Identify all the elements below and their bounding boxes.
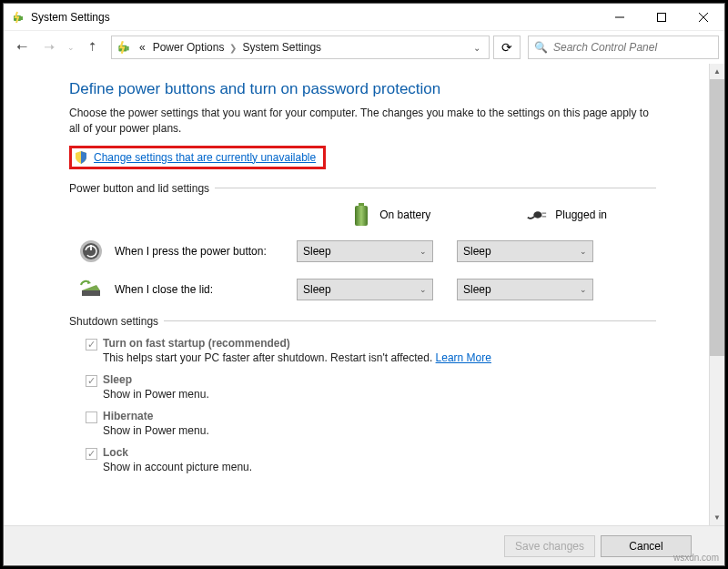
svg-rect-8 bbox=[359, 203, 364, 206]
recent-dropdown[interactable]: ⌄ bbox=[64, 35, 78, 60]
shutdown-items: Turn on fast startup (recommended) This … bbox=[69, 337, 656, 473]
save-button[interactable]: Save changes bbox=[504, 535, 595, 557]
close-lid-label: When I close the lid: bbox=[115, 283, 286, 296]
svg-point-10 bbox=[534, 211, 542, 218]
learn-more-link[interactable]: Learn More bbox=[436, 351, 491, 364]
search-box[interactable]: 🔍 bbox=[528, 36, 719, 59]
section-header: Power button and lid settings bbox=[69, 182, 656, 195]
chevron-down-icon: ⌄ bbox=[420, 247, 427, 256]
lock-sub: Show in account picture menu. bbox=[103, 461, 656, 473]
svg-rect-7 bbox=[126, 46, 128, 51]
power-button-battery-select[interactable]: Sleep⌄ bbox=[297, 240, 433, 262]
sleep-title: Sleep bbox=[103, 373, 132, 386]
lock-item: Lock Show in account picture menu. bbox=[86, 446, 656, 473]
fast-startup-item: Turn on fast startup (recommended) This … bbox=[86, 337, 656, 364]
address-dropdown[interactable]: ⌄ bbox=[469, 43, 485, 53]
maximize-button[interactable] bbox=[641, 4, 682, 31]
change-settings-link[interactable]: Change settings that are currently unava… bbox=[94, 151, 316, 164]
lock-checkbox[interactable] bbox=[86, 448, 97, 460]
power-state-headers: On battery Plugged in bbox=[69, 204, 656, 226]
shield-icon bbox=[74, 150, 88, 165]
chevron-down-icon: ⌄ bbox=[580, 247, 587, 256]
back-button[interactable]: 🠐 bbox=[9, 35, 35, 60]
close-lid-row: When I close the lid: Sleep⌄ Sleep⌄ bbox=[69, 277, 656, 302]
window: System Settings 🠐 🠒 ⌄ 🠑 « Power Options … bbox=[3, 3, 725, 566]
scroll-down-button[interactable]: ▼ bbox=[710, 510, 724, 525]
fast-startup-sub: This helps start your PC faster after sh… bbox=[103, 351, 656, 364]
plug-icon bbox=[526, 204, 548, 226]
scroll-up-button[interactable]: ▲ bbox=[710, 64, 724, 79]
chevron-down-icon: ⌄ bbox=[420, 285, 427, 294]
breadcrumb-item[interactable]: Power Options bbox=[149, 39, 228, 56]
power-button-plugged-select[interactable]: Sleep⌄ bbox=[457, 240, 593, 262]
window-controls bbox=[599, 4, 724, 31]
footer: Save changes Cancel bbox=[4, 525, 724, 565]
search-input[interactable] bbox=[553, 41, 713, 54]
breadcrumb-overflow[interactable]: « bbox=[136, 39, 149, 56]
breadcrumb: « Power Options ❯ System Settings bbox=[136, 39, 469, 56]
titlebar: System Settings bbox=[4, 4, 724, 31]
hibernate-checkbox[interactable] bbox=[86, 412, 97, 423]
select-value: Sleep bbox=[303, 283, 331, 296]
page-description: Choose the power settings that you want … bbox=[69, 106, 656, 137]
svg-rect-1 bbox=[21, 16, 23, 20]
power-options-icon bbox=[116, 39, 132, 56]
battery-icon bbox=[350, 204, 372, 226]
power-button-row: When I press the power button: Sleep⌄ Sl… bbox=[69, 239, 656, 264]
address-bar[interactable]: « Power Options ❯ System Settings ⌄ bbox=[111, 36, 490, 59]
close-lid-battery-select[interactable]: Sleep⌄ bbox=[297, 279, 433, 300]
shutdown-section: Shutdown settings Turn on fast startup (… bbox=[69, 315, 656, 473]
select-value: Sleep bbox=[463, 283, 491, 296]
on-battery-header: On battery bbox=[350, 204, 430, 226]
laptop-lid-icon bbox=[78, 277, 104, 302]
navbar: 🠐 🠒 ⌄ 🠑 « Power Options ❯ System Setting… bbox=[4, 31, 724, 64]
fast-startup-checkbox[interactable] bbox=[86, 339, 97, 351]
section-title: Power button and lid settings bbox=[69, 182, 209, 195]
minimize-button[interactable] bbox=[599, 4, 641, 31]
chevron-right-icon: ❯ bbox=[229, 43, 237, 53]
power-button-label: When I press the power button: bbox=[115, 245, 286, 258]
select-value: Sleep bbox=[303, 245, 331, 258]
lock-title: Lock bbox=[103, 446, 128, 459]
close-button[interactable] bbox=[682, 4, 724, 31]
scroll-thumb[interactable] bbox=[710, 79, 724, 356]
window-title: System Settings bbox=[31, 11, 110, 24]
scrollbar[interactable]: ▲ ▼ bbox=[709, 64, 724, 525]
breadcrumb-item[interactable]: System Settings bbox=[238, 39, 325, 56]
plugged-in-header: Plugged in bbox=[526, 204, 607, 226]
sleep-checkbox[interactable] bbox=[86, 375, 97, 387]
forward-button[interactable]: 🠒 bbox=[36, 35, 62, 60]
section-title: Shutdown settings bbox=[69, 315, 158, 328]
hibernate-sub: Show in Power menu. bbox=[103, 424, 656, 437]
section-header: Shutdown settings bbox=[69, 315, 656, 328]
change-settings-highlight: Change settings that are currently unava… bbox=[69, 146, 326, 169]
sleep-sub: Show in Power menu. bbox=[103, 388, 656, 401]
content: Define power buttons and turn on passwor… bbox=[4, 64, 709, 525]
up-button[interactable]: 🠑 bbox=[80, 35, 106, 60]
section-rule bbox=[164, 320, 656, 321]
power-options-icon bbox=[11, 10, 25, 25]
battery-label: On battery bbox=[379, 208, 430, 221]
chevron-down-icon: ⌄ bbox=[580, 285, 587, 294]
select-value: Sleep bbox=[463, 245, 491, 258]
svg-rect-9 bbox=[355, 206, 368, 226]
page-heading: Define power buttons and turn on passwor… bbox=[69, 80, 656, 98]
power-button-icon bbox=[78, 239, 104, 264]
section-rule bbox=[215, 188, 656, 188]
fast-startup-title: Turn on fast startup (recommended) bbox=[103, 337, 290, 350]
svg-rect-3 bbox=[658, 13, 666, 21]
hibernate-item: Hibernate Show in Power menu. bbox=[86, 410, 656, 437]
hibernate-title: Hibernate bbox=[103, 410, 153, 422]
watermark: wsxdn.com bbox=[673, 553, 719, 563]
close-lid-plugged-select[interactable]: Sleep⌄ bbox=[457, 279, 593, 300]
title-left: System Settings bbox=[11, 10, 110, 25]
search-icon: 🔍 bbox=[534, 41, 548, 54]
power-button-section: Power button and lid settings On battery… bbox=[69, 182, 656, 302]
plugged-label: Plugged in bbox=[555, 208, 607, 221]
sub-text: This helps start your PC faster after sh… bbox=[103, 351, 432, 364]
content-wrap: Define power buttons and turn on passwor… bbox=[4, 64, 724, 525]
refresh-button[interactable]: ⟳ bbox=[493, 36, 521, 59]
sleep-item: Sleep Show in Power menu. bbox=[86, 373, 656, 401]
